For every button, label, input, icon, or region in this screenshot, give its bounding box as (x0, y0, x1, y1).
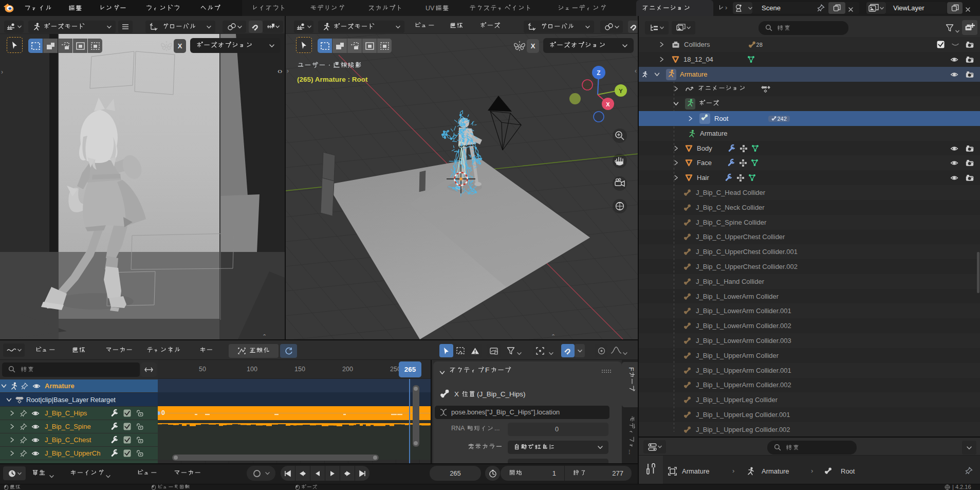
svg-text:Y: Y (619, 88, 623, 94)
svg-text:⌃: ⌃ (551, 333, 556, 339)
svg-text:›: › (1, 68, 3, 76)
svg-text:X: X (606, 101, 610, 107)
svg-text:⌃: ⌃ (262, 333, 267, 339)
svg-text:‹: ‹ (635, 67, 637, 75)
svg-text:Z: Z (597, 69, 600, 77)
svg-text:›: › (287, 67, 289, 75)
